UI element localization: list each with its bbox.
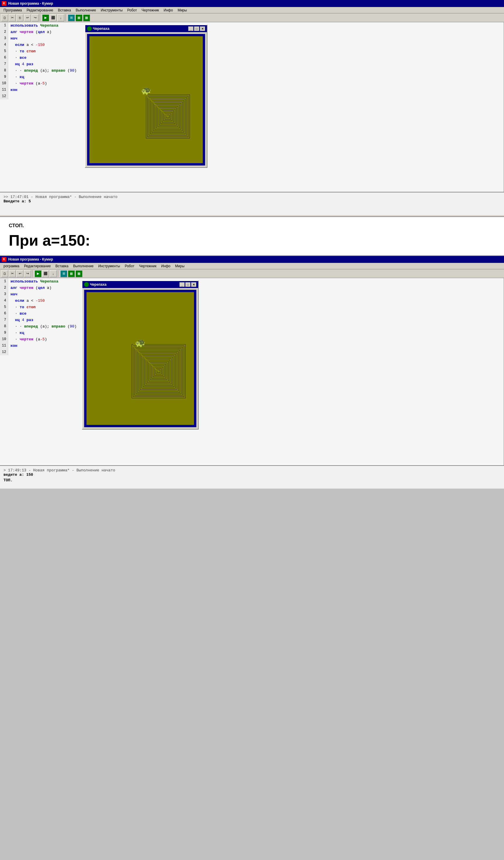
redo-btn[interactable]: ↪	[32, 14, 39, 22]
turtle-window-name-b: Черепаха	[90, 283, 106, 287]
close-btn-b[interactable]: ✕	[191, 282, 196, 287]
run-btn[interactable]: ▶	[42, 14, 49, 22]
output-area-bottom: > 17:49:13 - Новая программа* - Выполнен…	[0, 465, 504, 489]
grid3-btn[interactable]: ▩	[83, 14, 90, 22]
grid-btn-b[interactable]: ⊞	[60, 270, 67, 277]
menu-tools-b[interactable]: Инструменты	[96, 263, 122, 269]
menu-draw[interactable]: Чертежник	[139, 8, 162, 13]
cut-btn-b[interactable]: ✂	[9, 270, 16, 277]
stop-btn-b[interactable]: ⬛	[42, 270, 49, 277]
code-line-10: 10 · чертеж (а-5)	[0, 80, 504, 87]
sep2b	[58, 270, 59, 277]
code-line-b-1: 1 использовать Черепаха	[0, 278, 504, 285]
section-bottom: K Новая программа - Кумир рограмма Редак…	[0, 256, 504, 489]
title-bar-top: K Новая программа - Кумир	[0, 0, 504, 7]
main-area-top: 1 использовать Черепаха 2 алг чертеж (це…	[0, 22, 504, 192]
step-btn[interactable]: ↓	[57, 14, 64, 22]
code-line-1: 1 использовать Черепаха	[0, 22, 504, 29]
close-btn[interactable]: ✕	[200, 26, 205, 31]
menu-info-b[interactable]: Инфо	[159, 263, 173, 269]
code-line-b-7: 7 нц 4 раз	[0, 317, 504, 323]
menu-insert-b[interactable]: Вставка	[53, 263, 71, 269]
menu-edit[interactable]: Редактирование	[24, 8, 56, 13]
output-label: Введите а: 5	[3, 199, 31, 203]
minimize-btn[interactable]: _	[188, 26, 193, 31]
sep1	[40, 14, 41, 22]
step-btn-b[interactable]: ↓	[50, 270, 57, 277]
new-btn-b[interactable]: 🗋	[1, 270, 8, 277]
title-bar-bottom: K Новая программа - Кумир	[0, 256, 504, 263]
turtle-window-top: Черепаха _ □ ✕	[85, 25, 207, 168]
output-line1: >> 17:47:01 - Новая программа* - Выполне…	[3, 195, 501, 199]
section-title: При а=150:	[9, 232, 495, 249]
undo-btn-b[interactable]: ↩	[16, 270, 24, 277]
menu-bar-bottom: рограмма Редактирование Вставка Выполнен…	[0, 263, 504, 269]
menu-worlds[interactable]: Миры	[175, 8, 189, 13]
redo-btn-b[interactable]: ↪	[24, 270, 31, 277]
grid2-btn-b[interactable]: ▦	[68, 270, 75, 277]
menu-bar-top: Программа Редактирование Вставка Выполне…	[0, 7, 504, 13]
code-line-4: 4 если а < -150	[0, 42, 504, 48]
code-line-b-2: 2 алг чертеж (цел а)	[0, 285, 504, 291]
new-btn[interactable]: 🗋	[1, 14, 8, 22]
sep1b	[32, 270, 33, 277]
turtle-canvas-bottom: 🐢	[84, 290, 196, 427]
code-line-b-6: 6 · все	[0, 310, 504, 317]
code-line-b-8: 8 · · вперед (а); вправо (90)	[0, 323, 504, 330]
menu-worlds-b[interactable]: Миры	[173, 263, 187, 269]
toolbar-top: 🗋 ✂ ⎘ ↩ ↪ ▶ ⬛ ↓ ⊞ ▦ ▩	[0, 13, 504, 22]
code-line-11: 11 кон	[0, 87, 504, 93]
menu-insert[interactable]: Вставка	[56, 8, 73, 13]
undo-btn[interactable]: ↩	[24, 14, 31, 22]
app-icon-bottom: K	[2, 257, 6, 262]
menu-robot-b[interactable]: Робот	[122, 263, 137, 269]
grid-btn[interactable]: ⊞	[68, 14, 75, 22]
code-line-8: 8 · · вперед (а); вправо (90)	[0, 67, 504, 74]
cut-btn[interactable]: ✂	[9, 14, 16, 22]
copy-btn[interactable]: ⎘	[16, 14, 24, 22]
code-line-2: 2 алг чертеж (цел а)	[0, 29, 504, 35]
code-editor-bottom[interactable]: 1 использовать Черепаха 2 алг чертеж (це…	[0, 278, 504, 465]
stop-label: СТОП.	[9, 223, 495, 229]
stop-btn[interactable]: ⬛	[50, 14, 57, 22]
maximize-btn-b[interactable]: □	[185, 282, 191, 287]
menu-edit-b[interactable]: Редактирование	[21, 263, 53, 269]
spiral-svg-top: 🐢	[89, 36, 203, 163]
menu-tools[interactable]: Инструменты	[99, 8, 125, 13]
menu-draw-b[interactable]: Чертежник	[137, 263, 159, 269]
toolbar-bottom: 🗋 ✂ ↩ ↪ ▶ ⬛ ↓ ⊞ ▦ ▩	[0, 269, 504, 278]
menu-robot[interactable]: Робот	[125, 8, 139, 13]
code-line-3: 3 нач	[0, 35, 504, 42]
output-bottom-line2: ведите а: 150	[3, 473, 501, 477]
output-line2: Введите а: 5	[3, 199, 501, 203]
menu-programa-b[interactable]: рограмма	[1, 263, 21, 269]
minimize-btn-b[interactable]: _	[179, 282, 185, 287]
output-bottom-line3: ТОП.	[3, 478, 501, 483]
turtle-emoji-bottom: 🐢	[135, 338, 146, 348]
menu-programa[interactable]: Программа	[1, 8, 24, 13]
code-line-b-5: 5 · то стоп	[0, 304, 504, 310]
grid2-btn[interactable]: ▦	[75, 14, 83, 22]
code-editor-top[interactable]: 1 использовать Черепаха 2 алг чертеж (це…	[0, 22, 504, 192]
menu-run[interactable]: Выполнение	[73, 8, 99, 13]
maximize-btn[interactable]: □	[194, 26, 199, 31]
output-area-top: >> 17:47:01 - Новая программа* - Выполне…	[0, 192, 504, 215]
turtle-icon-small	[87, 26, 92, 31]
code-line-12: 12	[0, 93, 504, 99]
spiral-svg-bottom: 🐢	[87, 292, 194, 425]
app-icon: K	[2, 1, 6, 6]
turtle-title-top: Черепаха _ □ ✕	[85, 25, 207, 32]
code-line-9: 9 · кц	[0, 74, 504, 80]
run-btn-b[interactable]: ▶	[34, 270, 42, 277]
grid3-btn-b[interactable]: ▩	[75, 270, 83, 277]
menu-info[interactable]: Инфо	[161, 8, 175, 13]
code-line-b-12: 12	[0, 349, 504, 355]
menu-run-b[interactable]: Выполнение	[71, 263, 96, 269]
sep2	[65, 14, 66, 22]
code-line-b-9: 9 · кц	[0, 330, 504, 336]
code-line-b-10: 10 · чертеж (а-5)	[0, 336, 504, 342]
output-bottom-line1: > 17:49:13 - Новая программа* - Выполнен…	[3, 468, 501, 473]
code-line-6: 6 · все	[0, 54, 504, 61]
code-line-5: 5 · то стоп	[0, 48, 504, 54]
main-area-bottom: 1 использовать Черепаха 2 алг чертеж (це…	[0, 278, 504, 465]
